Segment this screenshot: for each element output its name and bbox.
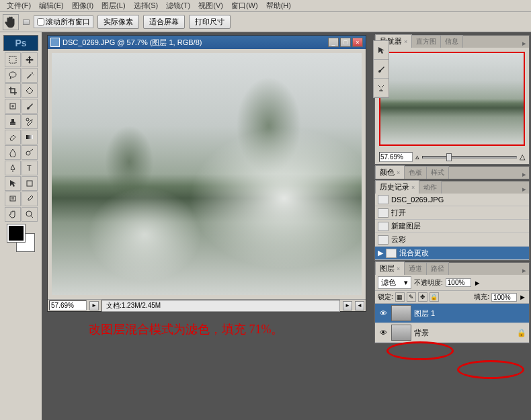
scroll-left[interactable]: ◄ (355, 301, 364, 310)
opacity-arrow[interactable]: ► (474, 279, 481, 287)
notes-tool[interactable] (5, 192, 21, 206)
slice-tool[interactable] (22, 83, 38, 98)
dock-brush-icon[interactable] (374, 60, 389, 79)
menu-image[interactable]: 图像(I) (68, 1, 97, 11)
visibility-icon[interactable]: 👁 (378, 308, 389, 319)
move-tool[interactable] (22, 52, 38, 67)
menu-edit[interactable]: 编辑(E) (35, 1, 68, 11)
hand-tool[interactable] (5, 207, 21, 222)
crop-tool[interactable] (5, 83, 21, 98)
history-item[interactable]: 打开 (375, 206, 529, 220)
dock-tools-icon[interactable] (374, 79, 389, 97)
navigator-preview[interactable] (379, 52, 525, 146)
canvas[interactable] (52, 53, 362, 295)
zoom-input[interactable] (49, 300, 87, 310)
blend-mode-dropdown[interactable]: 滤色▾ (378, 276, 411, 289)
lock-transparency-icon[interactable]: ▦ (395, 292, 405, 302)
zoom-in-icon[interactable]: △ (520, 153, 525, 161)
color-panel: 颜色× 色板 样式 ▸ (374, 166, 530, 179)
history-snapshot[interactable]: DSC_0269.JPG (375, 194, 529, 206)
tab-styles[interactable]: 样式 (426, 166, 449, 179)
tab-layers[interactable]: 图层× (375, 261, 405, 275)
tab-color[interactable]: 颜色× (375, 165, 405, 179)
print-size-button[interactable]: 打印尺寸 (189, 15, 231, 29)
close-button[interactable]: × (352, 38, 363, 47)
tab-paths[interactable]: 路径 (426, 262, 449, 275)
history-item[interactable]: 云彩 (375, 233, 529, 247)
snapshot-icon (378, 195, 389, 204)
marquee-tool[interactable] (5, 52, 21, 67)
panel-menu-icon[interactable]: ▸ (520, 39, 529, 48)
history-item[interactable]: ▶混合更改 (375, 247, 529, 260)
shape-tool[interactable] (22, 176, 38, 191)
window-title: DSC_0269.JPG @ 57.7% (图层 1, RGB/8) (63, 38, 325, 48)
dodge-tool[interactable] (22, 145, 38, 160)
doc-icon (50, 38, 60, 47)
fill-label: 填充: (474, 292, 489, 302)
menu-window[interactable]: 窗口(W) (227, 1, 262, 11)
layer-thumbnail[interactable] (391, 325, 411, 341)
svg-rect-0 (9, 56, 16, 63)
menu-help[interactable]: 帮助(H) (262, 1, 295, 11)
tab-actions[interactable]: 动作 (419, 181, 442, 194)
tab-histogram[interactable]: 直方图 (411, 35, 441, 48)
text-tool[interactable]: T (22, 161, 38, 175)
fit-screen-button[interactable]: 适合屏幕 (143, 15, 185, 29)
fill-input[interactable] (491, 293, 517, 302)
menu-select[interactable]: 选择(S) (130, 1, 163, 11)
heal-tool[interactable] (5, 99, 21, 114)
lock-position-icon[interactable]: ✥ (418, 292, 427, 302)
panel-menu-icon[interactable]: ▸ (520, 185, 529, 194)
tool-preset-dropdown[interactable] (23, 19, 30, 25)
wand-tool[interactable] (22, 68, 38, 83)
layer-row[interactable]: 👁 图层 1 (375, 304, 529, 323)
visibility-icon[interactable]: 👁 (378, 327, 389, 338)
status-bar: ► 文档:1.23M/2.45M ► ◄ (48, 299, 366, 311)
scroll-all-checkbox[interactable]: 滚动所有窗口 (34, 15, 93, 28)
zoom-slider[interactable] (422, 156, 517, 159)
layer-name[interactable]: 图层 1 (414, 308, 435, 319)
panel-menu-icon[interactable]: ▸ (520, 266, 529, 275)
history-item[interactable]: 新建图层 (375, 220, 529, 233)
brush-tool[interactable] (22, 99, 38, 114)
zoom-out-icon[interactable]: ▵ (415, 153, 419, 161)
lasso-tool[interactable] (5, 68, 21, 83)
navigator-zoom-input[interactable] (379, 152, 413, 162)
pen-tool[interactable] (5, 161, 21, 175)
panel-menu-icon[interactable]: ▸ (520, 170, 529, 179)
tab-history[interactable]: 历史记录× (375, 180, 419, 194)
zoom-arrow[interactable]: ► (89, 301, 99, 310)
window-titlebar[interactable]: DSC_0269.JPG @ 57.7% (图层 1, RGB/8) _ □ × (48, 36, 366, 49)
menu-layer[interactable]: 图层(L) (97, 1, 129, 11)
opacity-input[interactable] (446, 278, 471, 287)
eyedropper-tool[interactable] (22, 192, 38, 206)
tab-swatches[interactable]: 色板 (404, 166, 427, 179)
menu-filter[interactable]: 滤镜(T) (162, 1, 194, 11)
stamp-tool[interactable] (5, 114, 21, 129)
svg-point-9 (26, 211, 32, 216)
lock-all-icon[interactable]: 🔒 (430, 292, 439, 302)
layer-thumbnail[interactable] (391, 305, 411, 321)
doc-info: 文档:1.23M/2.45M (101, 300, 340, 312)
minimize-button[interactable]: _ (328, 38, 339, 47)
gradient-tool[interactable] (22, 130, 38, 144)
dock-arrow-icon[interactable] (374, 41, 389, 60)
path-select-tool[interactable] (5, 176, 21, 191)
history-brush-tool[interactable] (22, 114, 38, 129)
lock-pixels-icon[interactable]: ✎ (407, 292, 416, 302)
maximize-button[interactable]: □ (340, 38, 351, 47)
fill-arrow[interactable]: ► (519, 293, 526, 301)
tab-info[interactable]: 信息 (440, 35, 463, 48)
tab-channels[interactable]: 通道 (404, 262, 427, 275)
actual-pixels-button[interactable]: 实际像素 (97, 15, 139, 29)
eraser-tool[interactable] (5, 130, 21, 144)
color-swatches[interactable] (7, 224, 34, 251)
layer-row[interactable]: 👁 背景 🔒 (375, 323, 529, 343)
blur-tool[interactable] (5, 145, 21, 160)
layer-name[interactable]: 背景 (414, 328, 429, 338)
menu-file[interactable]: 文件(F) (3, 1, 35, 11)
foreground-color[interactable] (7, 224, 25, 242)
info-arrow[interactable]: ► (343, 301, 352, 310)
zoom-tool[interactable] (22, 207, 38, 222)
menu-view[interactable]: 视图(V) (194, 1, 227, 11)
